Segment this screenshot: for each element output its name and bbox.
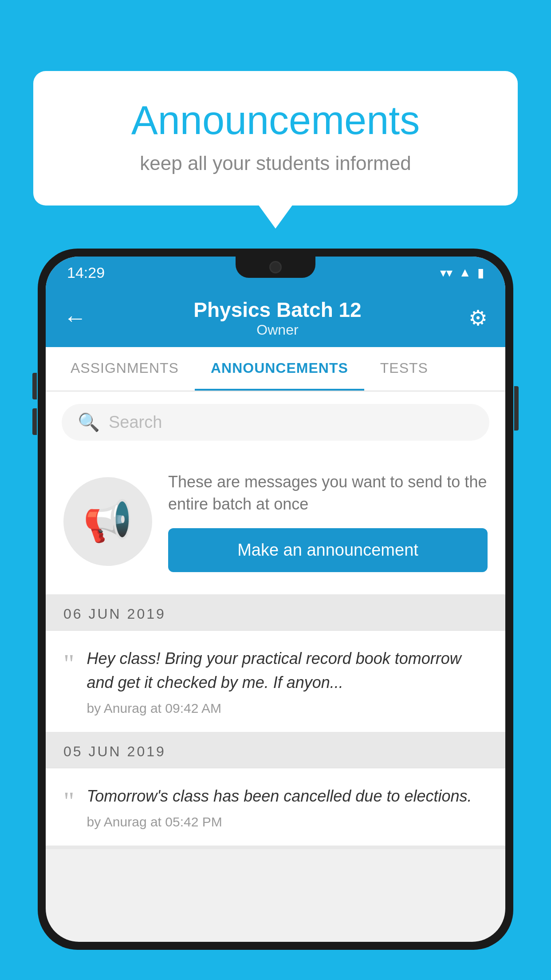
front-camera: [269, 261, 282, 273]
search-input-wrap[interactable]: 🔍 Search: [62, 404, 489, 441]
promo-right: These are messages you want to send to t…: [168, 471, 488, 572]
search-placeholder: Search: [109, 413, 162, 432]
promo-description: These are messages you want to send to t…: [168, 471, 488, 516]
date-separator-1: 06 JUN 2019: [46, 598, 505, 631]
app-header: ← Physics Batch 12 Owner ⚙: [46, 288, 505, 347]
search-icon: 🔍: [78, 412, 100, 433]
power-button: [514, 386, 519, 431]
back-button[interactable]: ←: [63, 304, 87, 331]
tab-assignments[interactable]: ASSIGNMENTS: [55, 347, 195, 391]
battery-icon: ▮: [477, 265, 484, 280]
status-time: 14:29: [67, 264, 105, 281]
quote-icon-2: ": [63, 784, 75, 814]
settings-icon[interactable]: ⚙: [468, 305, 488, 330]
speech-bubble: Announcements keep all your students inf…: [33, 71, 518, 205]
header-subtitle: Owner: [193, 322, 361, 338]
quote-icon-1: ": [63, 647, 75, 677]
promo-block: 📢 These are messages you want to send to…: [46, 453, 505, 598]
wifi-icon: ▾▾: [440, 265, 453, 280]
date-separator-2: 05 JUN 2019: [46, 735, 505, 768]
volume-down-button: [32, 408, 37, 435]
announcement-icon: 📢: [83, 498, 133, 545]
tab-announcements[interactable]: ANNOUNCEMENTS: [195, 347, 364, 391]
bubble-subtitle: keep all your students informed: [69, 152, 482, 174]
phone-screen: 14:29 ▾▾ ▲ ▮ ← Physics Batch 12 Owner ⚙ …: [46, 257, 505, 942]
phone-mockup: 14:29 ▾▾ ▲ ▮ ← Physics Batch 12 Owner ⚙ …: [38, 249, 513, 980]
search-container: 🔍 Search: [46, 391, 505, 453]
signal-icon: ▲: [459, 265, 471, 280]
status-icons: ▾▾ ▲ ▮: [440, 265, 484, 280]
make-announcement-button[interactable]: Make an announcement: [168, 528, 488, 572]
announcement-content-1: Hey class! Bring your practical record b…: [87, 647, 488, 716]
announcement-content-2: Tomorrow's class has been cancelled due …: [87, 784, 488, 830]
volume-up-button: [32, 373, 37, 399]
tab-tests[interactable]: TESTS: [364, 347, 444, 391]
announcement-item-1: " Hey class! Bring your practical record…: [46, 631, 505, 735]
header-title: Physics Batch 12: [193, 298, 361, 322]
announcement-text-2: Tomorrow's class has been cancelled due …: [87, 784, 488, 808]
bubble-title: Announcements: [69, 98, 482, 143]
promo-icon-circle: 📢: [63, 477, 152, 566]
announcement-meta-2: by Anurag at 05:42 PM: [87, 814, 488, 830]
announcement-text-1: Hey class! Bring your practical record b…: [87, 647, 488, 695]
phone-notch: [236, 257, 315, 278]
speech-bubble-container: Announcements keep all your students inf…: [33, 71, 518, 205]
announcement-item-2: " Tomorrow's class has been cancelled du…: [46, 768, 505, 849]
announcement-meta-1: by Anurag at 09:42 AM: [87, 701, 488, 716]
header-center: Physics Batch 12 Owner: [193, 298, 361, 338]
tabs-bar: ASSIGNMENTS ANNOUNCEMENTS TESTS: [46, 347, 505, 391]
phone-outer: 14:29 ▾▾ ▲ ▮ ← Physics Batch 12 Owner ⚙ …: [38, 249, 513, 950]
